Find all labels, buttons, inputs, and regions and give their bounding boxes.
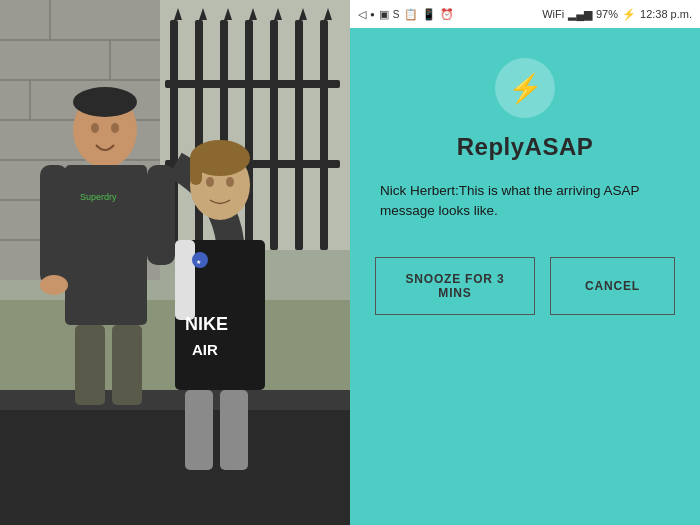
whatsapp-icon: 📱 — [422, 8, 436, 21]
battery-icon: ⚡ — [622, 8, 636, 21]
status-icons-left: ◁ ● ▣ S 📋 📱 ⏰ — [358, 8, 538, 21]
photo-image: Superdry NIKE AIR ★ — [0, 0, 350, 525]
svg-point-47 — [206, 177, 214, 187]
notification-message: Nick Herbert:This is what the arriving A… — [375, 181, 675, 222]
svg-rect-52 — [0, 390, 350, 410]
svg-rect-35 — [65, 165, 147, 325]
svg-rect-41 — [175, 240, 195, 320]
app-content: ⚡ ReplyASAP Nick Herbert:This is what th… — [350, 28, 700, 525]
svg-rect-6 — [245, 20, 253, 250]
svg-rect-54 — [112, 325, 142, 405]
svg-text:Superdry: Superdry — [80, 192, 117, 202]
skype-icon: S — [393, 9, 400, 20]
svg-rect-8 — [295, 20, 303, 250]
svg-point-39 — [40, 275, 68, 295]
svg-text:AIR: AIR — [192, 341, 218, 358]
battery-percent: 97% — [596, 8, 618, 20]
svg-rect-56 — [220, 390, 248, 470]
svg-text:NIKE: NIKE — [185, 314, 228, 334]
svg-point-48 — [226, 177, 234, 187]
svg-rect-37 — [147, 165, 175, 265]
wifi-icon: WiFi — [542, 8, 564, 20]
svg-rect-7 — [270, 20, 278, 250]
svg-rect-9 — [320, 20, 328, 250]
svg-rect-46 — [190, 155, 202, 185]
photo-panel: Superdry NIKE AIR ★ — [0, 0, 350, 525]
cancel-button[interactable]: CANCEL — [550, 257, 675, 315]
lightning-icon: ⚡ — [508, 72, 543, 105]
svg-rect-36 — [40, 165, 68, 285]
status-icons-right: WiFi ▂▄▆ 97% ⚡ 12:38 p.m. — [542, 8, 692, 21]
status-bar: ◁ ● ▣ S 📋 📱 ⏰ WiFi ▂▄▆ 97% ⚡ 12:38 p.m. — [350, 0, 700, 28]
back-icon: ◁ — [358, 8, 366, 21]
camera-icon: ▣ — [379, 8, 389, 21]
svg-point-33 — [91, 123, 99, 133]
svg-point-34 — [111, 123, 119, 133]
svg-text:★: ★ — [196, 259, 201, 265]
app-icon-circle: ⚡ — [495, 58, 555, 118]
svg-rect-4 — [195, 20, 203, 250]
signal-icon: ▂▄▆ — [568, 8, 592, 21]
svg-rect-53 — [75, 325, 105, 405]
phone-screen: ◁ ● ▣ S 📋 📱 ⏰ WiFi ▂▄▆ 97% ⚡ 12:38 p.m. … — [350, 0, 700, 525]
app-title: ReplyASAP — [457, 133, 594, 161]
circle-icon: ● — [370, 10, 375, 19]
svg-rect-10 — [165, 80, 340, 88]
action-buttons: SNOOZE FOR 3 MINS CANCEL — [375, 257, 675, 315]
svg-point-32 — [73, 87, 137, 117]
svg-rect-55 — [185, 390, 213, 470]
svg-rect-51 — [0, 400, 350, 525]
clipboard-icon: 📋 — [404, 8, 418, 21]
snooze-button[interactable]: SNOOZE FOR 3 MINS — [375, 257, 535, 315]
alarm-icon: ⏰ — [440, 8, 454, 21]
status-time: 12:38 p.m. — [640, 8, 692, 20]
